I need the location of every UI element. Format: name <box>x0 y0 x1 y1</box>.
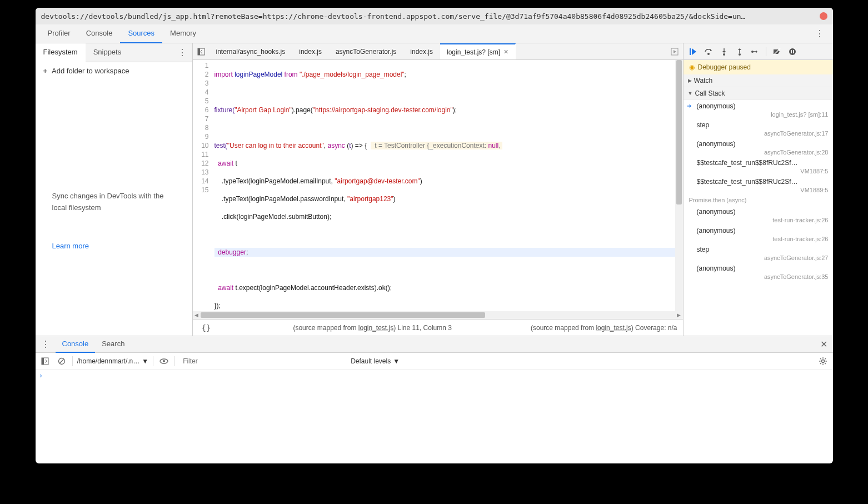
drawer-close-button[interactable]: ✕ <box>815 337 833 352</box>
close-icon[interactable]: ✕ <box>503 48 508 56</box>
step-over-icon[interactable] <box>702 46 715 58</box>
deactivate-breakpoints-icon[interactable] <box>771 46 783 58</box>
svg-point-5 <box>723 53 725 56</box>
console-filter-input[interactable] <box>179 355 346 367</box>
add-folder-label: Add folder to workspace <box>52 67 129 75</box>
main-tabs: Profiler Console Sources Memory ⋮ <box>36 24 833 43</box>
dropdown-icon: ▼ <box>142 357 148 365</box>
debugger-paused-banner: ◉ Debugger paused <box>684 60 833 74</box>
debugger-paused-label: Debugger paused <box>698 63 751 71</box>
status-cursor-position: (source mapped from login_test.js) Line … <box>214 324 531 332</box>
tab-profiler[interactable]: Profiler <box>40 24 78 43</box>
live-expression-icon[interactable] <box>158 355 170 367</box>
editor-pane: internal/async_hooks.js index.js asyncTo… <box>193 43 683 336</box>
call-stack-header[interactable]: ▼Call Stack <box>684 87 833 99</box>
stack-frame[interactable]: (anonymous)test-run-tracker.js:26 <box>684 206 833 224</box>
titlebar-text: devtools://devtools/bundled/js_app.html?… <box>41 12 815 21</box>
file-tab-1[interactable]: index.js <box>292 43 329 60</box>
stack-frame[interactable]: stepasyncToGenerator.js:27 <box>684 243 833 262</box>
log-levels-select[interactable]: Default levels ▼ <box>351 357 400 365</box>
drawer-tab-console[interactable]: Console <box>56 336 96 353</box>
file-tab-label: login_test.js? [sm] <box>447 48 500 56</box>
code-content[interactable]: import loginPageModel from "./page_model… <box>212 60 683 311</box>
watch-label: Watch <box>694 77 713 84</box>
svg-line-23 <box>820 363 821 364</box>
tab-console[interactable]: Console <box>78 24 121 43</box>
stack-frame[interactable]: $$testcafe_test_run$$8fRUc2Sf…VM1887:5 <box>684 157 833 176</box>
drawer-tab-search[interactable]: Search <box>95 336 131 353</box>
step-out-icon[interactable] <box>734 46 746 58</box>
run-snippet-icon[interactable] <box>666 46 683 58</box>
source-map-link[interactable]: login_test.js <box>596 324 631 332</box>
svg-line-21 <box>820 358 821 360</box>
file-tab-4[interactable]: login_test.js? [sm]✕ <box>440 43 516 60</box>
async-separator: Promise.then (async) <box>684 194 833 206</box>
drawer-menu-button[interactable]: ⋮ <box>36 337 56 352</box>
context-select[interactable]: /home/dennmart/.n… ▼ <box>77 357 149 365</box>
pretty-print-icon[interactable]: {} <box>198 323 214 332</box>
stack-frame[interactable]: stepasyncToGenerator.js:17 <box>684 119 833 138</box>
devtools-window: devtools://devtools/bundled/js_app.html?… <box>36 8 833 463</box>
resume-icon[interactable] <box>687 46 699 58</box>
debug-toolbar <box>684 43 833 60</box>
svg-rect-9 <box>791 50 792 53</box>
watch-header[interactable]: ▶Watch <box>684 74 833 87</box>
collapsed-icon: ▶ <box>688 78 692 83</box>
step-into-icon[interactable] <box>718 46 730 58</box>
clear-console-icon[interactable] <box>56 355 68 367</box>
navigator-pane: Filesystem Snippets ⋮ + Add folder to wo… <box>36 43 193 336</box>
vertical-scrollbar[interactable] <box>675 60 683 311</box>
line-gutter: 123456789101112131415 <box>193 60 212 311</box>
scroll-right-icon[interactable]: ▶ <box>675 312 683 318</box>
watch-section: ▶Watch <box>684 74 833 87</box>
stack-frame[interactable]: (anonymous)asyncToGenerator.js:35 <box>684 262 833 281</box>
stack-frame[interactable]: (anonymous)test-run-tracker.js:26 <box>684 224 833 243</box>
tab-sources[interactable]: Sources <box>120 24 162 43</box>
console-prompt: › <box>40 372 42 380</box>
stack-frame[interactable]: (anonymous)asyncToGenerator.js:28 <box>684 138 833 157</box>
navigator-tab-snippets[interactable]: Snippets <box>86 43 129 62</box>
code-editor[interactable]: 123456789101112131415 import loginPageMo… <box>193 60 683 311</box>
drawer-tabs: ⋮ Console Search ✕ <box>36 336 833 353</box>
window-close-button[interactable] <box>820 12 827 20</box>
svg-rect-10 <box>793 50 794 53</box>
editor-status-bar: {} (source mapped from login_test.js) Li… <box>193 319 683 336</box>
svg-point-6 <box>739 53 741 56</box>
file-tab-label: internal/async_hooks.js <box>216 48 286 56</box>
svg-line-24 <box>825 358 826 360</box>
window-titlebar: devtools://devtools/bundled/js_app.html?… <box>36 8 833 24</box>
console-body[interactable]: › <box>36 370 833 463</box>
navigator-menu-button[interactable]: ⋮ <box>172 45 192 60</box>
file-tab-2[interactable]: asyncToGenerator.js <box>329 43 403 60</box>
svg-rect-3 <box>690 48 691 55</box>
nav-toggle-icon[interactable] <box>193 46 209 58</box>
console-sidebar-toggle-icon[interactable] <box>39 355 51 367</box>
stack-frame[interactable]: ➔(anonymous)login_test.js? [sm]:11 <box>684 100 833 119</box>
call-stack-label: Call Stack <box>695 89 725 97</box>
file-tab-label: asyncToGenerator.js <box>336 48 396 56</box>
scroll-left-icon[interactable]: ◀ <box>193 312 201 318</box>
file-tab-3[interactable]: index.js <box>403 43 440 60</box>
context-label: /home/dennmart/.n… <box>77 357 140 365</box>
console-settings-icon[interactable] <box>816 355 830 368</box>
levels-label: Default levels <box>351 357 391 365</box>
source-map-link[interactable]: login_test.js <box>358 324 393 332</box>
warning-icon: ◉ <box>689 63 695 71</box>
debugger-pane: ◉ Debugger paused ▶Watch ▼Call Stack ➔(a… <box>683 43 833 336</box>
horizontal-scrollbar[interactable]: ◀ ▶ <box>193 311 683 319</box>
console-toolbar: /home/dennmart/.n… ▼ Default levels ▼ <box>36 353 833 370</box>
main-menu-button[interactable]: ⋮ <box>811 26 829 41</box>
step-icon[interactable] <box>749 46 761 58</box>
stack-frame[interactable]: $$testcafe_test_run$$8fRUc2Sf…VM1889:5 <box>684 176 833 194</box>
add-folder-button[interactable]: + Add folder to workspace <box>36 62 192 79</box>
console-drawer: ⋮ Console Search ✕ /home/dennmart/.n… ▼ … <box>36 336 833 463</box>
file-tab-label: index.js <box>299 48 322 56</box>
navigator-tab-filesystem[interactable]: Filesystem <box>36 43 86 62</box>
plus-icon: + <box>43 67 48 75</box>
dropdown-icon: ▼ <box>393 357 400 365</box>
svg-point-15 <box>163 360 165 362</box>
file-tab-0[interactable]: internal/async_hooks.js <box>209 43 293 60</box>
learn-more-link[interactable]: Learn more <box>36 242 192 250</box>
tab-memory[interactable]: Memory <box>162 24 204 43</box>
pause-exceptions-icon[interactable] <box>786 46 799 58</box>
